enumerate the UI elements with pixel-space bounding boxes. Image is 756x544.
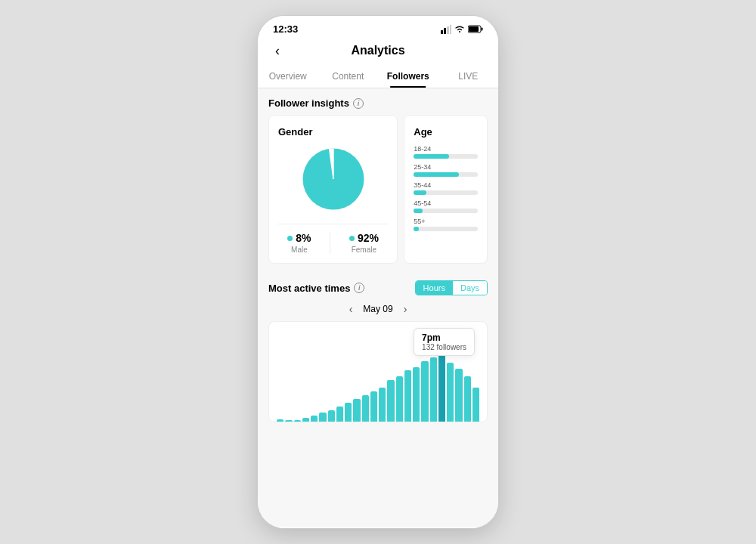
home-indicator <box>258 527 498 529</box>
bar <box>328 410 335 422</box>
male-dot <box>287 236 293 241</box>
toggle-group: Hours Days <box>415 280 488 295</box>
prev-date-button[interactable]: ‹ <box>349 303 353 315</box>
cards-row: Gender <box>258 115 498 273</box>
male-label: Male <box>291 246 308 254</box>
female-pct: 92% <box>358 232 379 244</box>
bar <box>277 419 284 422</box>
bar <box>336 406 343 422</box>
age-bar-fill <box>414 227 419 231</box>
header: ‹ Analytics <box>258 39 498 65</box>
status-bar: 12:33 <box>258 16 498 39</box>
list-item: 55+ <box>414 218 478 231</box>
bar <box>345 403 352 422</box>
follower-insights-header: Follower insights i <box>258 88 498 115</box>
age-range-label: 35-44 <box>414 181 478 189</box>
bar <box>379 388 386 422</box>
status-time: 12:33 <box>273 23 298 35</box>
active-times-header: Most active times i Hours Days <box>268 280 488 295</box>
svg-rect-6 <box>482 28 483 31</box>
age-bar-bg <box>414 209 478 213</box>
pie-chart <box>299 145 367 213</box>
tabs: Overview Content Followers LIVE <box>258 65 498 88</box>
phone-frame: 12:33 ‹ Analytics <box>257 15 499 529</box>
active-times-title: Most active times <box>268 283 350 294</box>
bar <box>404 370 411 422</box>
list-item: 45-54 <box>414 199 478 213</box>
age-bar-bg <box>414 227 478 231</box>
bar <box>353 399 360 422</box>
male-pct: 8% <box>296 232 311 244</box>
bar <box>447 363 454 422</box>
age-bar-fill <box>414 209 423 213</box>
age-range-label: 55+ <box>414 218 478 225</box>
bar <box>413 367 420 422</box>
bar <box>464 376 471 422</box>
gender-card: Gender <box>268 115 398 264</box>
list-item: 25-34 <box>414 163 478 177</box>
svg-rect-2 <box>447 26 449 34</box>
scroll-content: Follower insights i Gender <box>258 88 498 527</box>
days-toggle[interactable]: Days <box>453 281 487 295</box>
bar <box>302 418 309 422</box>
tab-live[interactable]: LIVE <box>438 65 499 88</box>
age-card: Age 18-24 25-34 35-44 45-54 5 <box>404 115 488 264</box>
age-range-label: 18-24 <box>414 145 478 153</box>
svg-rect-1 <box>444 28 446 34</box>
tooltip-followers: 132 followers <box>422 343 466 351</box>
page-title: Analytics <box>351 44 404 57</box>
tooltip-box: 7pm 132 followers <box>414 328 475 356</box>
follower-insights-title: Follower insights <box>268 97 349 109</box>
bar <box>370 391 377 422</box>
status-icons <box>441 25 483 34</box>
gender-legend: 8% Male 92% Female <box>278 224 388 254</box>
bar <box>311 416 318 422</box>
bar <box>294 420 301 422</box>
date-nav: ‹ May 09 › <box>268 303 488 315</box>
age-bar-bg <box>414 172 478 177</box>
male-legend: 8% Male <box>287 232 311 254</box>
list-item: 18-24 <box>414 145 478 159</box>
bar <box>387 380 394 422</box>
hours-toggle[interactable]: Hours <box>416 281 453 295</box>
bar-chart <box>275 346 481 422</box>
legend-divider <box>330 232 330 254</box>
age-card-title: Age <box>414 126 478 138</box>
bar <box>438 354 445 422</box>
bar <box>285 420 292 422</box>
bar <box>319 413 326 422</box>
age-range-label: 25-34 <box>414 163 478 171</box>
tab-content[interactable]: Content <box>318 65 379 88</box>
tab-followers[interactable]: Followers <box>378 65 438 88</box>
svg-rect-3 <box>450 25 451 34</box>
follower-insights-info-icon[interactable]: i <box>353 98 364 109</box>
age-bar-bg <box>414 154 478 159</box>
age-bar-fill <box>414 172 458 177</box>
battery-icon <box>468 25 483 33</box>
age-range-label: 45-54 <box>414 199 478 207</box>
age-bar-fill <box>414 190 426 195</box>
bar <box>472 388 479 422</box>
svg-rect-0 <box>441 30 443 34</box>
bar <box>362 395 369 422</box>
age-bar-fill <box>414 154 449 159</box>
signal-icon <box>441 25 451 34</box>
svg-rect-5 <box>469 26 479 32</box>
tab-overview[interactable]: Overview <box>258 65 318 88</box>
bar <box>430 357 437 422</box>
back-button[interactable]: ‹ <box>268 42 287 60</box>
wifi-icon <box>454 25 465 33</box>
bar <box>421 361 428 422</box>
age-bar-bg <box>414 190 478 195</box>
next-date-button[interactable]: › <box>404 303 407 315</box>
bar <box>396 376 403 422</box>
active-times-info-icon[interactable]: i <box>354 283 364 293</box>
list-item: 35-44 <box>414 181 478 195</box>
age-rows: 18-24 25-34 35-44 45-54 55+ <box>414 145 478 231</box>
most-active-times-section: Most active times i Hours Days ‹ May 09 … <box>258 273 498 428</box>
tooltip-time: 7pm <box>422 332 466 343</box>
pie-container <box>278 145 388 213</box>
female-legend: 92% Female <box>349 232 379 254</box>
chart-wrapper: 7pm 132 followers <box>268 321 488 422</box>
date-label: May 09 <box>363 304 392 314</box>
